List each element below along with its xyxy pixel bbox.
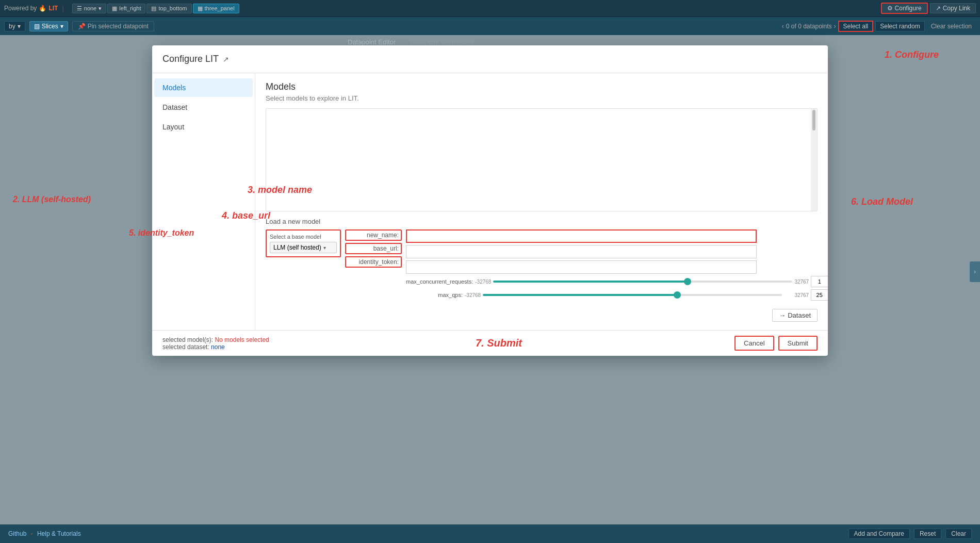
group-by-arrow: ▾ xyxy=(18,23,21,30)
footer-clear-label: Clear xyxy=(951,530,966,537)
model-list-area xyxy=(266,108,818,211)
dataset-btn-area: → Dataset xyxy=(266,309,818,322)
annotation-submit: 7. Submit xyxy=(476,337,522,349)
dialog-content: Models Select models to explore in LIT. … xyxy=(255,73,828,330)
select-all-label: Select all xyxy=(843,23,869,30)
left-right-label: left_right xyxy=(119,5,141,11)
max-concurrent-thumb[interactable] xyxy=(684,278,691,285)
dialog-sidebar: Models Dataset Layout xyxy=(152,73,255,330)
cancel-button[interactable]: Cancel xyxy=(734,336,774,351)
layout-left-right-btn[interactable]: ▦ left_right xyxy=(107,4,145,13)
layout-three-panel-btn[interactable]: ▦ three_panel xyxy=(193,4,239,13)
datapoints-count: 0 of 0 datapoints xyxy=(786,23,832,30)
separator: | xyxy=(62,5,63,12)
top-bottom-label: top_bottom xyxy=(158,5,187,11)
top-bar: Powered by 🔥 LIT | ☰ none ▾ ▦ left_right… xyxy=(0,0,980,17)
none-dropdown-icon: ▾ xyxy=(99,5,102,12)
three-panel-icon: ▦ xyxy=(198,5,203,12)
configure-button[interactable]: ⚙ Configure xyxy=(881,3,928,14)
new-name-row: new_name: xyxy=(345,229,402,241)
pin-datapoint-button[interactable]: 📌 Pin selected datapoint xyxy=(72,21,154,31)
sidebar-layout-label: Layout xyxy=(162,123,184,131)
footer-reset-label: Reset xyxy=(920,530,936,537)
max-concurrent-max: 32767 xyxy=(794,279,809,285)
modal-overlay: 1. Configure Configure LIT ↗ Models Data… xyxy=(0,35,980,524)
help-link[interactable]: Help & Tutorials xyxy=(37,530,81,537)
slices-button[interactable]: ▧ Slices ▾ xyxy=(29,21,68,31)
none-icon: ☰ xyxy=(77,5,82,12)
annotation-model-name: 3. model name xyxy=(255,185,312,195)
layout-none-btn[interactable]: ☰ none ▾ xyxy=(72,4,106,13)
max-concurrent-slider-row: max_concurrent_requests: -32768 32767 xyxy=(406,276,828,287)
copy-link-button[interactable]: ↗ Copy Link xyxy=(930,3,976,13)
max-qps-thumb[interactable] xyxy=(674,291,681,299)
second-bar: by ▾ ▧ Slices ▾ 📌 Pin selected datapoint… xyxy=(0,17,980,35)
configure-dialog: Configure LIT ↗ Models Dataset Layout Mo… xyxy=(152,45,828,356)
left-right-icon: ▦ xyxy=(112,5,117,12)
identity-token-row: identity_token: xyxy=(345,256,402,268)
max-qps-track xyxy=(483,294,782,296)
add-compare-button[interactable]: Add and Compare xyxy=(848,529,910,539)
group-by-button[interactable]: by ▾ xyxy=(4,21,25,31)
footer-clear-button[interactable]: Clear xyxy=(945,529,972,539)
load-model-label: Load a new model xyxy=(266,218,818,225)
max-concurrent-number[interactable] xyxy=(811,276,828,287)
sidebar-item-models[interactable]: Models xyxy=(154,78,253,97)
clear-selection-button[interactable]: Clear selection xyxy=(927,22,976,31)
model-list-scrollbar[interactable] xyxy=(811,109,817,211)
github-link[interactable]: Github xyxy=(8,530,26,537)
slices-arrow: ▾ xyxy=(60,23,63,30)
datapoints-nav: ‹ 0 of 0 datapoints › xyxy=(782,23,836,30)
dataset-arrow-icon: → xyxy=(779,311,786,319)
dataset-button[interactable]: → Dataset xyxy=(772,309,818,322)
footer-buttons: Cancel Submit xyxy=(734,336,818,351)
select-all-button[interactable]: Select all xyxy=(838,21,874,32)
footer-right: Add and Compare Reset Clear xyxy=(848,529,972,539)
footer-reset-button[interactable]: Reset xyxy=(914,529,941,539)
add-compare-label: Add and Compare xyxy=(854,530,904,537)
prev-datapoint-arrow[interactable]: ‹ xyxy=(782,23,784,30)
dialog-title: Configure LIT xyxy=(162,54,219,64)
content-subtitle: Select models to explore in LIT. xyxy=(266,94,818,102)
select-random-button[interactable]: Select random xyxy=(875,21,924,31)
base-model-select-area: Select a base model LLM (self hosted) ▾ xyxy=(266,229,341,257)
slices-icon: ▧ xyxy=(34,23,40,30)
external-link-icon[interactable]: ↗ xyxy=(223,55,229,63)
dropdown-arrow-icon: ▾ xyxy=(323,245,326,251)
base-url-input[interactable] xyxy=(406,245,757,258)
base-url-row: base_url: xyxy=(345,243,402,254)
max-concurrent-track xyxy=(493,281,792,283)
three-panel-label: three_panel xyxy=(205,5,235,11)
pin-icon: 📌 xyxy=(78,23,86,30)
input-area: max_concurrent_requests: -32768 32767 xyxy=(406,229,828,301)
selected-dataset-label: selected dataset: xyxy=(162,343,209,351)
max-qps-slider-row: max_qps: -32768 32767 xyxy=(406,289,828,301)
sidebar-models-label: Models xyxy=(162,84,186,92)
next-datapoint-arrow[interactable]: › xyxy=(834,23,836,30)
sidebar-item-layout[interactable]: Layout xyxy=(154,118,253,136)
lit-label: LIT xyxy=(48,5,58,12)
identity-token-input-row xyxy=(406,260,828,274)
configure-label: Configure xyxy=(895,5,922,12)
annotation-base-url: 4. base_url xyxy=(255,210,270,221)
layout-top-bottom-btn[interactable]: ▤ top_bottom xyxy=(146,4,191,13)
top-bar-right: ⚙ Configure ↗ Copy Link xyxy=(881,3,976,14)
fire-icon: 🔥 xyxy=(39,5,46,12)
submit-button[interactable]: Submit xyxy=(778,336,818,351)
base-model-dropdown[interactable]: LLM (self hosted) ▾ xyxy=(270,242,337,253)
model-form: Select a base model LLM (self hosted) ▾ … xyxy=(266,229,818,301)
footer-sep-1: • xyxy=(30,530,33,538)
max-qps-slider-container xyxy=(483,294,792,296)
none-label: none xyxy=(84,5,96,11)
new-name-label: new_name: xyxy=(345,229,402,241)
content-title: Models xyxy=(266,81,818,92)
new-name-input[interactable] xyxy=(406,229,757,243)
sidebar-item-dataset[interactable]: Dataset xyxy=(154,98,253,117)
identity-token-input[interactable] xyxy=(406,260,757,274)
top-bottom-icon: ▤ xyxy=(151,5,156,12)
max-concurrent-label: max_concurrent_requests: xyxy=(406,278,473,285)
base-model-label: Select a base model xyxy=(270,234,337,240)
brand: Powered by 🔥 LIT xyxy=(4,5,58,12)
max-qps-number[interactable] xyxy=(811,289,828,301)
brand-text: Powered by xyxy=(4,5,37,12)
